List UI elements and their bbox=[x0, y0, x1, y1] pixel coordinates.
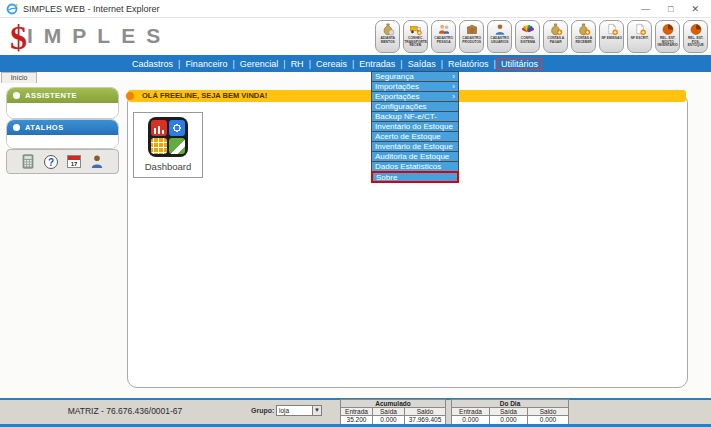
company-identifier: MATRIZ - 76.676.436/0001-67 bbox=[0, 406, 250, 416]
col-entrada: Entrada bbox=[341, 408, 373, 416]
col-saida: Saída bbox=[373, 408, 405, 416]
document-plus-icon bbox=[605, 23, 619, 36]
dashboard-icon bbox=[148, 117, 188, 157]
toolbar-button-contas-a-receber[interactable]: CONTAS A RECEBER bbox=[571, 20, 596, 53]
col-saida: Saída bbox=[490, 408, 528, 416]
toolbar-button-cadastro-usuarios[interactable]: CADASTRO USUÁRIOS bbox=[487, 20, 512, 53]
menu-item-relatorios[interactable]: Relatórios bbox=[444, 58, 493, 70]
moneybag-plus-icon bbox=[577, 23, 591, 36]
simples-logo: $IMPLES bbox=[10, 19, 171, 57]
app-header: $IMPLES ADIANTA MENTOS CONHEC. TRANSP bbox=[0, 19, 711, 55]
window-title: SIMPLES WEB - Internet Explorer bbox=[23, 4, 641, 14]
dashboard-tile-chart bbox=[151, 120, 167, 136]
val-saida: 0.000 bbox=[490, 416, 528, 424]
toolbar-button-rel-est-movto-inventario[interactable]: REL. EST. MOVTO INVENTÁRIO bbox=[655, 20, 680, 53]
toolbar-button-cadastro-produtos[interactable]: CADASTRO PRODUTOS bbox=[459, 20, 484, 53]
table-header-row: Entrada Saída Saldo bbox=[452, 408, 568, 416]
assistente-header[interactable]: ASSISTENTE bbox=[7, 88, 118, 103]
close-button[interactable]: ✕ bbox=[691, 0, 699, 18]
assistente-label: ASSISTENTE bbox=[25, 91, 77, 100]
tab-inicio[interactable]: Início bbox=[1, 72, 37, 83]
pie-chart-icon bbox=[689, 23, 703, 36]
internet-explorer-icon bbox=[6, 3, 18, 15]
user-icon bbox=[493, 23, 507, 36]
help-icon[interactable]: ? bbox=[43, 154, 59, 170]
grupo-selected-value: loja bbox=[277, 406, 312, 415]
maximize-button[interactable]: □ bbox=[668, 0, 673, 18]
menu-item-utilitarios[interactable]: Utilitários bbox=[497, 58, 542, 70]
menu-item-rh[interactable]: RH bbox=[287, 58, 308, 70]
toolbar-button-rel-est-pos-estoque[interactable]: REL. EST. POS. ESTOQUE bbox=[683, 20, 708, 53]
dashboard-tile-graph bbox=[169, 138, 185, 154]
col-entrada: Entrada bbox=[452, 408, 490, 416]
menu-item-cadastros[interactable]: Cadastros bbox=[128, 58, 177, 70]
do-dia-title: Do Dia bbox=[452, 400, 568, 408]
toolbar-button-config-sistema[interactable]: CONFIG. SISTEMA bbox=[515, 20, 540, 53]
do-dia-table: Do Dia Entrada Saída Saldo 0.000 0.000 0… bbox=[451, 399, 569, 425]
sidebar-toolbox: ? 17 bbox=[6, 149, 119, 174]
dashboard-tile-globe bbox=[169, 120, 185, 136]
grupo-select[interactable]: loja ▼ bbox=[276, 405, 322, 416]
user-profile-icon[interactable] bbox=[89, 154, 105, 170]
logo-dollar-sign: $ bbox=[10, 19, 27, 56]
content-area: Início ASSISTENTE ATALHOS bbox=[0, 72, 711, 397]
toolbar-button-contas-a-pagar[interactable]: CONTAS A PAGAR bbox=[543, 20, 568, 53]
toolbar-button-nf-emissao[interactable]: NF EMISSÃO bbox=[599, 20, 624, 53]
toolbar-button-nf-escrituracao[interactable]: NF ESCRIT. bbox=[627, 20, 652, 53]
greeting-text: OLÁ FREELINE, SEJA BEM VINDA! bbox=[142, 91, 267, 100]
menu-item-saidas[interactable]: Saídas bbox=[404, 58, 440, 70]
toolbar-button-conhec-transporte[interactable]: CONHEC. TRANSPORTE RECEB. bbox=[403, 20, 428, 53]
toolbar-button-cadastro-pessoa[interactable]: CADASTRO PESSOA bbox=[431, 20, 456, 53]
atalhos-header[interactable]: ATALHOS bbox=[7, 120, 118, 135]
people-icon bbox=[437, 23, 451, 36]
bullet-icon bbox=[13, 92, 20, 99]
dropdown-item-sobre[interactable]: Sobre bbox=[371, 171, 459, 183]
moneybag-plus-icon bbox=[549, 23, 563, 36]
truck-icon bbox=[409, 23, 423, 36]
calendar-icon[interactable]: 17 bbox=[66, 154, 82, 170]
menu-item-cereais[interactable]: Cereais bbox=[312, 58, 351, 70]
menu-item-gerencial[interactable]: Gerencial bbox=[236, 58, 283, 70]
menu-item-financeiro[interactable]: Financeiro bbox=[181, 58, 231, 70]
bullet-icon bbox=[13, 124, 20, 131]
toolbar-button-adiantamentos[interactable]: ADIANTA MENTOS bbox=[375, 20, 400, 53]
utilitarios-dropdown-menu: Segurança› Importações› Exportações› Con… bbox=[371, 72, 459, 183]
logo-text: IMPLES bbox=[27, 24, 171, 47]
val-entrada: 35.200 bbox=[341, 416, 373, 424]
table-value-row: 35.200 0.000 37.969.405 bbox=[341, 416, 445, 424]
val-saida: 0.000 bbox=[373, 416, 405, 424]
box-icon bbox=[465, 23, 479, 36]
title-bar: SIMPLES WEB - Internet Explorer — □ ✕ bbox=[0, 0, 711, 18]
bullet-icon bbox=[126, 92, 134, 100]
dropdown-arrow-icon: ▼ bbox=[312, 406, 321, 415]
dashboard-shortcut[interactable]: Dashboard bbox=[133, 112, 203, 178]
atalhos-panel: ATALHOS bbox=[6, 119, 119, 149]
assistente-body bbox=[7, 103, 118, 118]
val-saldo: 0.000 bbox=[528, 416, 568, 424]
table-header-row: Entrada Saída Saldo bbox=[341, 408, 445, 416]
val-saldo: 37.969.405 bbox=[405, 416, 445, 424]
atalhos-label: ATALHOS bbox=[25, 123, 64, 132]
app-window: SIMPLES WEB - Internet Explorer — □ ✕ $I… bbox=[0, 0, 711, 427]
col-saldo: Saldo bbox=[405, 408, 445, 416]
pie-chart-icon bbox=[661, 23, 675, 36]
table-value-row: 0.000 0.000 0.000 bbox=[452, 416, 568, 424]
dashboard-label: Dashboard bbox=[145, 161, 191, 172]
grupo-label: Grupo: bbox=[251, 407, 274, 414]
dashboard-tile-calendar bbox=[151, 138, 167, 154]
assistente-panel: ASSISTENTE bbox=[6, 87, 119, 119]
acumulado-table: Acumulado Entrada Saída Saldo 35.200 0.0… bbox=[340, 399, 446, 425]
moneybag-coin-icon bbox=[381, 23, 395, 36]
status-bar: MATRIZ - 76.676.436/0001-67 Grupo: loja … bbox=[0, 398, 711, 427]
main-menu-bar: Cadastros | Financeiro | Gerencial | RH … bbox=[0, 55, 711, 72]
acumulado-title: Acumulado bbox=[341, 400, 445, 408]
minimize-button[interactable]: — bbox=[641, 0, 650, 18]
calculator-icon[interactable] bbox=[20, 154, 36, 170]
quick-access-toolbar: ADIANTA MENTOS CONHEC. TRANSPORTE RECEB. bbox=[375, 20, 708, 53]
color-fan-icon bbox=[521, 23, 535, 36]
col-saldo: Saldo bbox=[528, 408, 568, 416]
document-plus-icon bbox=[633, 23, 647, 36]
val-entrada: 0.000 bbox=[452, 416, 490, 424]
atalhos-body bbox=[7, 135, 118, 148]
menu-item-entradas[interactable]: Entradas bbox=[355, 58, 399, 70]
